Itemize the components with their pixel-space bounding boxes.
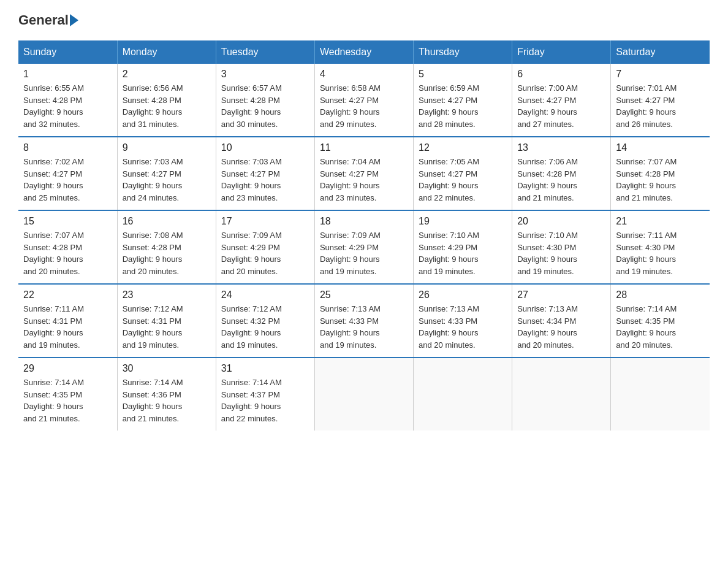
calendar-week-row: 1 Sunrise: 6:55 AM Sunset: 4:28 PM Dayli…: [18, 64, 710, 137]
day-number: 11: [320, 142, 408, 153]
day-info: Sunrise: 7:14 AM Sunset: 4:35 PM Dayligh…: [616, 303, 705, 351]
day-info: Sunrise: 7:13 AM Sunset: 4:34 PM Dayligh…: [517, 303, 605, 351]
calendar-cell: 29 Sunrise: 7:14 AM Sunset: 4:35 PM Dayl…: [18, 358, 117, 431]
day-info: Sunrise: 7:05 AM Sunset: 4:27 PM Dayligh…: [419, 156, 507, 204]
calendar-cell: 2 Sunrise: 6:56 AM Sunset: 4:28 PM Dayli…: [117, 64, 216, 137]
calendar-cell: 27 Sunrise: 7:13 AM Sunset: 4:34 PM Dayl…: [512, 284, 611, 358]
calendar-cell: 1 Sunrise: 6:55 AM Sunset: 4:28 PM Dayli…: [18, 64, 117, 137]
calendar-week-row: 15 Sunrise: 7:07 AM Sunset: 4:28 PM Dayl…: [18, 210, 710, 284]
day-info: Sunrise: 7:13 AM Sunset: 4:33 PM Dayligh…: [419, 303, 507, 351]
header-thursday: Thursday: [414, 40, 512, 64]
calendar-cell: 25 Sunrise: 7:13 AM Sunset: 4:33 PM Dayl…: [314, 284, 413, 358]
day-number: 8: [23, 142, 112, 153]
day-number: 23: [123, 289, 211, 301]
calendar-cell: 18 Sunrise: 7:09 AM Sunset: 4:29 PM Dayl…: [314, 210, 413, 284]
day-number: 12: [419, 142, 507, 153]
calendar-cell: 26 Sunrise: 7:13 AM Sunset: 4:33 PM Dayl…: [414, 284, 512, 358]
logo-general-text: General: [18, 12, 69, 28]
calendar-cell: 11 Sunrise: 7:04 AM Sunset: 4:27 PM Dayl…: [314, 137, 413, 210]
calendar-cell: 7 Sunrise: 7:01 AM Sunset: 4:27 PM Dayli…: [611, 64, 710, 137]
calendar-cell: 19 Sunrise: 7:10 AM Sunset: 4:29 PM Dayl…: [414, 210, 512, 284]
day-number: 29: [23, 363, 112, 374]
day-info: Sunrise: 7:06 AM Sunset: 4:28 PM Dayligh…: [517, 156, 605, 204]
day-info: Sunrise: 6:57 AM Sunset: 4:28 PM Dayligh…: [221, 82, 309, 130]
header-wednesday: Wednesday: [314, 40, 413, 64]
calendar-cell: 30 Sunrise: 7:14 AM Sunset: 4:36 PM Dayl…: [117, 358, 216, 431]
calendar-cell: 3 Sunrise: 6:57 AM Sunset: 4:28 PM Dayli…: [216, 64, 314, 137]
day-number: 26: [419, 289, 507, 301]
day-number: 24: [221, 289, 309, 301]
calendar-cell: 23 Sunrise: 7:12 AM Sunset: 4:31 PM Dayl…: [117, 284, 216, 358]
day-info: Sunrise: 7:03 AM Sunset: 4:27 PM Dayligh…: [123, 156, 211, 204]
header-tuesday: Tuesday: [216, 40, 314, 64]
calendar-cell: 4 Sunrise: 6:58 AM Sunset: 4:27 PM Dayli…: [314, 64, 413, 137]
day-number: 25: [320, 289, 408, 301]
calendar-cell: 20 Sunrise: 7:10 AM Sunset: 4:30 PM Dayl…: [512, 210, 611, 284]
day-info: Sunrise: 6:55 AM Sunset: 4:28 PM Dayligh…: [23, 82, 112, 130]
calendar-cell: 8 Sunrise: 7:02 AM Sunset: 4:27 PM Dayli…: [18, 137, 117, 210]
calendar-header-row: SundayMondayTuesdayWednesdayThursdayFrid…: [18, 40, 710, 64]
calendar-cell: [414, 358, 512, 431]
logo-arrow-icon: [70, 14, 78, 26]
day-info: Sunrise: 6:59 AM Sunset: 4:27 PM Dayligh…: [419, 82, 507, 130]
day-number: 9: [123, 142, 211, 153]
calendar-week-row: 29 Sunrise: 7:14 AM Sunset: 4:35 PM Dayl…: [18, 358, 710, 431]
day-info: Sunrise: 7:09 AM Sunset: 4:29 PM Dayligh…: [320, 229, 408, 277]
header-sunday: Sunday: [18, 40, 117, 64]
calendar-cell: 21 Sunrise: 7:11 AM Sunset: 4:30 PM Dayl…: [611, 210, 710, 284]
day-number: 16: [123, 216, 211, 227]
day-info: Sunrise: 7:09 AM Sunset: 4:29 PM Dayligh…: [221, 229, 309, 277]
day-number: 27: [517, 289, 605, 301]
day-info: Sunrise: 7:07 AM Sunset: 4:28 PM Dayligh…: [23, 229, 112, 277]
day-number: 14: [616, 142, 705, 153]
day-info: Sunrise: 7:14 AM Sunset: 4:36 PM Dayligh…: [123, 377, 211, 424]
day-number: 7: [616, 69, 705, 80]
header-monday: Monday: [117, 40, 216, 64]
day-info: Sunrise: 7:03 AM Sunset: 4:27 PM Dayligh…: [221, 156, 309, 204]
day-number: 22: [23, 289, 112, 301]
calendar-cell: 15 Sunrise: 7:07 AM Sunset: 4:28 PM Dayl…: [18, 210, 117, 284]
day-number: 28: [616, 289, 705, 301]
day-number: 21: [616, 216, 705, 227]
day-number: 31: [221, 363, 309, 374]
day-number: 15: [23, 216, 112, 227]
calendar-cell: 31 Sunrise: 7:14 AM Sunset: 4:37 PM Dayl…: [216, 358, 314, 431]
calendar-week-row: 8 Sunrise: 7:02 AM Sunset: 4:27 PM Dayli…: [18, 137, 710, 210]
day-number: 6: [517, 69, 605, 80]
calendar-cell: [611, 358, 710, 431]
day-number: 10: [221, 142, 309, 153]
calendar-table: SundayMondayTuesdayWednesdayThursdayFrid…: [18, 40, 710, 431]
header-friday: Friday: [512, 40, 611, 64]
day-number: 18: [320, 216, 408, 227]
day-info: Sunrise: 7:01 AM Sunset: 4:27 PM Dayligh…: [616, 82, 705, 130]
day-info: Sunrise: 7:13 AM Sunset: 4:33 PM Dayligh…: [320, 303, 408, 351]
calendar-cell: [314, 358, 413, 431]
day-number: 5: [419, 69, 507, 80]
calendar-cell: 12 Sunrise: 7:05 AM Sunset: 4:27 PM Dayl…: [414, 137, 512, 210]
day-number: 1: [23, 69, 112, 80]
calendar-cell: 6 Sunrise: 7:00 AM Sunset: 4:27 PM Dayli…: [512, 64, 611, 137]
header-saturday: Saturday: [611, 40, 710, 64]
calendar-cell: [512, 358, 611, 431]
day-info: Sunrise: 7:14 AM Sunset: 4:35 PM Dayligh…: [23, 377, 112, 424]
calendar-cell: 9 Sunrise: 7:03 AM Sunset: 4:27 PM Dayli…: [117, 137, 216, 210]
day-info: Sunrise: 7:11 AM Sunset: 4:31 PM Dayligh…: [23, 303, 112, 351]
day-number: 30: [123, 363, 211, 374]
day-info: Sunrise: 7:07 AM Sunset: 4:28 PM Dayligh…: [616, 156, 705, 204]
day-info: Sunrise: 7:04 AM Sunset: 4:27 PM Dayligh…: [320, 156, 408, 204]
day-info: Sunrise: 6:56 AM Sunset: 4:28 PM Dayligh…: [123, 82, 211, 130]
day-info: Sunrise: 7:08 AM Sunset: 4:28 PM Dayligh…: [123, 229, 211, 277]
day-number: 4: [320, 69, 408, 80]
calendar-cell: 24 Sunrise: 7:12 AM Sunset: 4:32 PM Dayl…: [216, 284, 314, 358]
day-number: 13: [517, 142, 605, 153]
page-header: General: [18, 12, 710, 28]
day-number: 17: [221, 216, 309, 227]
day-info: Sunrise: 7:10 AM Sunset: 4:30 PM Dayligh…: [517, 229, 605, 277]
calendar-cell: 5 Sunrise: 6:59 AM Sunset: 4:27 PM Dayli…: [414, 64, 512, 137]
day-number: 19: [419, 216, 507, 227]
calendar-cell: 10 Sunrise: 7:03 AM Sunset: 4:27 PM Dayl…: [216, 137, 314, 210]
day-info: Sunrise: 6:58 AM Sunset: 4:27 PM Dayligh…: [320, 82, 408, 130]
day-number: 2: [123, 69, 211, 80]
day-info: Sunrise: 7:14 AM Sunset: 4:37 PM Dayligh…: [221, 377, 309, 424]
day-info: Sunrise: 7:10 AM Sunset: 4:29 PM Dayligh…: [419, 229, 507, 277]
